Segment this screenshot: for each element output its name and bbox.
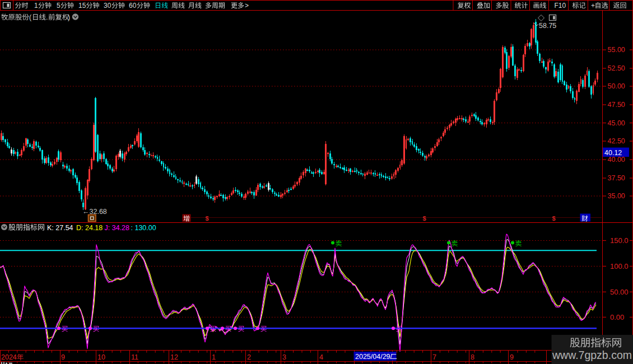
svg-text:30: 30	[104, 2, 111, 10]
svg-text:60: 60	[129, 2, 137, 10]
svg-text:10: 10	[97, 353, 105, 361]
svg-text:37.50: 37.50	[608, 174, 625, 182]
svg-text:): )	[68, 13, 70, 21]
svg-text:35.00: 35.00	[608, 192, 625, 200]
svg-text:0.00: 0.00	[610, 313, 624, 321]
svg-text:$: $	[206, 215, 209, 222]
svg-text:1: 1	[34, 2, 38, 10]
svg-text:$: $	[423, 215, 426, 222]
svg-text:40.12: 40.12	[604, 149, 622, 157]
svg-text:$: $	[552, 215, 556, 222]
svg-text:K: 27.54: K: 27.54	[47, 224, 73, 232]
svg-text:150.0: 150.0	[610, 236, 629, 245]
svg-text:100.0: 100.0	[610, 262, 629, 270]
svg-text:F10: F10	[555, 2, 566, 10]
svg-text:58.75: 58.75	[539, 22, 556, 30]
svg-text:1: 1	[212, 353, 216, 361]
svg-text:7: 7	[432, 353, 436, 361]
svg-text:9: 9	[510, 353, 514, 361]
svg-text:2025/04/29/: 2025/04/29/	[355, 353, 393, 361]
svg-text:+: +	[591, 2, 595, 10]
svg-text:50.00: 50.00	[608, 82, 625, 90]
svg-text:2: 2	[247, 353, 251, 361]
svg-text:42.50: 42.50	[608, 137, 625, 145]
svg-text:5: 5	[57, 2, 60, 10]
svg-text:4: 4	[319, 353, 323, 361]
svg-text:D: 24.18: D: 24.18	[76, 224, 103, 232]
svg-text:15: 15	[78, 2, 86, 10]
svg-text:.: .	[46, 13, 48, 21]
svg-text:55.00: 55.00	[608, 46, 625, 54]
svg-text:3: 3	[282, 353, 286, 361]
svg-text:47.50: 47.50	[608, 101, 625, 109]
svg-text:9: 9	[61, 353, 65, 361]
svg-text:8: 8	[471, 353, 474, 361]
svg-text:: 130.00: : 130.00	[131, 224, 156, 232]
svg-text:45.00: 45.00	[608, 119, 625, 127]
svg-text:11: 11	[131, 353, 138, 361]
svg-text:12: 12	[170, 353, 178, 361]
svg-text:www.7gpzb.com: www.7gpzb.com	[552, 349, 632, 361]
svg-text:52.50: 52.50	[608, 64, 625, 72]
svg-text:J: 34.28: J: 34.28	[105, 224, 130, 232]
svg-text:40.00: 40.00	[608, 156, 625, 164]
svg-text:50.00: 50.00	[610, 288, 629, 296]
svg-text:2024: 2024	[1, 353, 17, 361]
svg-text:>: >	[245, 2, 249, 10]
